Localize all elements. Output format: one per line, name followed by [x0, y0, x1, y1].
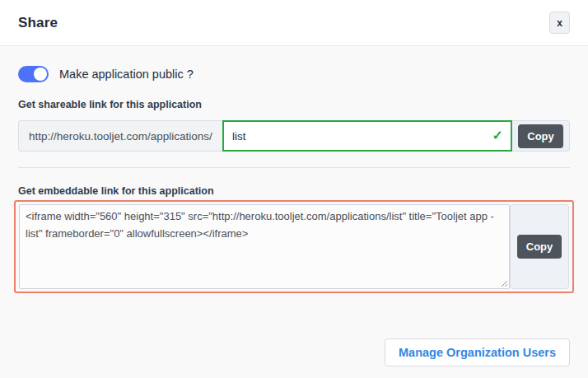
close-icon: x: [557, 17, 562, 29]
shareable-copy-button[interactable]: Copy: [518, 124, 563, 148]
embed-copy-button[interactable]: Copy: [517, 235, 562, 259]
share-modal: Share x Make application public ? Get sh…: [0, 0, 588, 366]
embed-highlight-box: <iframe width="560" height="315" src="ht…: [14, 200, 574, 293]
shareable-link-group: http://heroku.tooljet.com/applications/ …: [18, 120, 570, 152]
public-toggle-row: Make application public ?: [18, 66, 570, 82]
modal-footer: Manage Organization Users: [18, 338, 570, 366]
toggle-knob-icon: [34, 68, 47, 81]
url-prefix: http://heroku.tooljet.com/applications/: [18, 120, 222, 152]
slug-input[interactable]: [222, 120, 512, 152]
embeddable-link-label: Get embeddable link for this application: [18, 185, 570, 197]
manage-organization-users-button[interactable]: Manage Organization Users: [385, 338, 570, 366]
modal-title: Share: [18, 15, 58, 31]
embed-code-textarea[interactable]: <iframe width="560" height="315" src="ht…: [19, 204, 510, 289]
slug-input-wrap: ✓: [222, 120, 512, 152]
embed-code-wrap: <iframe width="560" height="315" src="ht…: [19, 204, 510, 289]
modal-header: Share x: [0, 0, 588, 46]
section-divider: [18, 167, 570, 168]
close-button[interactable]: x: [549, 12, 570, 34]
shareable-link-label: Get shareable link for this application: [18, 99, 570, 110]
shareable-copy-cell: Copy: [512, 120, 570, 152]
public-toggle[interactable]: [18, 66, 49, 82]
public-toggle-label: Make application public ?: [59, 68, 194, 81]
embed-copy-cell: Copy: [510, 204, 569, 289]
modal-body: Make application public ? Get shareable …: [0, 46, 588, 366]
